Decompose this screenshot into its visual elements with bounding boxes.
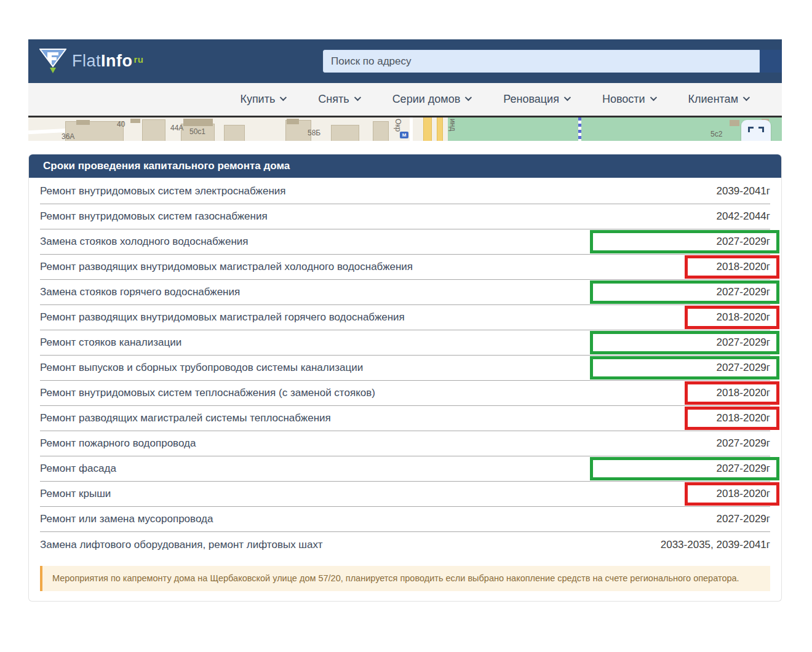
- address-search: Найти: [323, 50, 782, 73]
- table-row: Ремонт разводящих магистралей системы те…: [40, 406, 770, 431]
- repair-type-label: Ремонт разводящих внутридомовых магистра…: [40, 311, 405, 324]
- table-row: Ремонт внутридомовых систем электроснабж…: [40, 179, 770, 204]
- repair-type-label: Ремонт разводящих магистралей системы те…: [40, 412, 331, 424]
- table-row: Ремонт пожарного водопровода2027-2029г: [40, 431, 770, 456]
- nav-item-2[interactable]: Снять: [318, 93, 359, 106]
- nav-item-4[interactable]: Реновация: [503, 93, 569, 106]
- green-highlight-box: 2027-2029г: [590, 331, 779, 354]
- green-highlight-box: 2027-2029г: [590, 280, 779, 304]
- chevron-down-icon: [743, 93, 750, 100]
- map-building-label: 50c1: [189, 127, 205, 136]
- repair-period-value: 2018-2020г: [717, 261, 771, 273]
- table-row: Ремонт или замена мусоропровода2027-2029…: [40, 507, 770, 532]
- map-fullscreen-button[interactable]: [741, 120, 771, 141]
- repair-period-value: 2018-2020г: [717, 488, 771, 500]
- nav-item-1[interactable]: Купить: [240, 93, 285, 106]
- chevron-down-icon: [650, 93, 656, 100]
- repair-type-label: Ремонт внутридомовых систем электроснабж…: [40, 185, 286, 197]
- repair-type-label: Ремонт разводящих внутридомовых магистра…: [40, 261, 413, 273]
- table-row: Замена стояков холодного водоснабжения20…: [40, 229, 770, 255]
- map-building-label: 44A: [170, 124, 183, 132]
- expand-icon: [758, 127, 764, 132]
- repair-period-value: 2018-2020г: [717, 412, 771, 424]
- nav-item-label: Клиентам: [688, 93, 738, 106]
- repair-period-value: 2042-2044г: [717, 210, 771, 223]
- repair-type-label: Замена стояков горячего водоснабжения: [40, 286, 240, 298]
- repair-type-label: Ремонт внутридомовых систем теплоснабжен…: [40, 387, 375, 399]
- repair-type-label: Ремонт выпусков и сборных трубопроводов …: [40, 362, 363, 374]
- table-row: Ремонт стояков канализации2027-2029г: [40, 330, 770, 356]
- repair-period-value: 2027-2029г: [717, 336, 771, 349]
- chevron-down-icon: [354, 93, 360, 100]
- red-highlight-box: 2018-2020г: [685, 255, 779, 279]
- nav-item-label: Новости: [602, 93, 645, 106]
- repair-period-value: 2027-2029г: [717, 513, 771, 525]
- nav-item-6[interactable]: Клиентам: [688, 93, 748, 106]
- red-highlight-box: 2018-2020г: [685, 407, 779, 430]
- nav-item-5[interactable]: Новости: [602, 93, 655, 106]
- red-highlight-box: 2018-2020г: [685, 482, 779, 506]
- repair-type-label: Ремонт крыши: [40, 488, 111, 500]
- site-header: FlatInforu Найти: [28, 39, 782, 83]
- repair-type-label: Замена стояков холодного водоснабжения: [40, 236, 248, 248]
- map-building-label: 5c2: [710, 130, 722, 138]
- map-building-label: 36A: [62, 132, 74, 141]
- main-nav: КупитьСнятьСерии домовРеновацияНовостиКл…: [28, 83, 782, 116]
- repair-type-label: Ремонт стояков канализации: [40, 336, 181, 349]
- nav-item-label: Снять: [318, 93, 349, 106]
- map-street-label: инд: [448, 119, 457, 131]
- map-railway: [578, 117, 581, 141]
- repair-period-value: 2027-2029г: [717, 236, 771, 248]
- nav-item-label: Серии домов: [392, 93, 461, 106]
- site-logo[interactable]: FlatInforu: [39, 49, 144, 74]
- search-button[interactable]: Найти: [760, 50, 782, 73]
- map-building-label: 40: [117, 120, 125, 129]
- repair-period-value: 2027-2029г: [717, 362, 771, 374]
- table-row: Ремонт разводящих внутридомовых магистра…: [40, 305, 770, 330]
- repair-table-body: Ремонт внутридомовых систем электроснабж…: [29, 178, 781, 557]
- repair-period-value: 2018-2020г: [717, 387, 771, 399]
- panel-title: Сроки проведения капитального ремонта до…: [29, 154, 781, 178]
- search-input[interactable]: [323, 50, 760, 73]
- nav-item-label: Купить: [240, 93, 275, 106]
- page-container: FlatInforu Найти КупитьСнятьСерии домовР…: [28, 39, 782, 602]
- repair-period-value: 2027-2029г: [717, 437, 771, 450]
- green-highlight-box: 2027-2029г: [590, 457, 779, 480]
- repair-type-label: Ремонт фасада: [40, 463, 116, 475]
- note-box: Мероприятия по капремонту дома на Щербак…: [40, 566, 770, 591]
- repair-type-label: Замена лифтового оборудования, ремонт ли…: [40, 539, 323, 551]
- chevron-down-icon: [280, 93, 287, 100]
- table-row: Ремонт внутридомовых систем газоснабжени…: [40, 204, 770, 229]
- red-highlight-box: 2018-2020г: [685, 381, 779, 405]
- repair-period-value: 2018-2020г: [717, 311, 771, 324]
- table-row: Замена стояков горячего водоснабжения202…: [40, 280, 770, 305]
- logo-text: FlatInforu: [72, 52, 144, 71]
- table-row: Ремонт разводящих внутридомовых магистра…: [40, 255, 770, 280]
- map-street-label: Окр: [394, 119, 402, 132]
- table-row: Ремонт выпусков и сборных трубопроводов …: [40, 356, 770, 381]
- red-highlight-box: 2018-2020г: [685, 306, 779, 329]
- repair-type-label: Ремонт или замена мусоропровода: [40, 513, 213, 525]
- table-row: Замена лифтового оборудования, ремонт ли…: [40, 532, 770, 557]
- chevron-down-icon: [564, 93, 571, 100]
- repair-type-label: Ремонт пожарного водопровода: [40, 437, 196, 450]
- repair-period-value: 2039-2041г: [717, 185, 771, 197]
- repair-type-label: Ремонт внутридомовых систем газоснабжени…: [40, 210, 268, 223]
- table-row: Ремонт крыши2018-2020г: [40, 482, 770, 507]
- chevron-down-icon: [465, 93, 472, 100]
- repair-period-value: 2027-2029г: [717, 286, 771, 298]
- green-highlight-box: 2027-2029г: [590, 230, 779, 253]
- table-row: Ремонт внутридомовых систем теплоснабжен…: [40, 381, 770, 406]
- metro-icon: M: [400, 132, 408, 138]
- repair-period-value: 2027-2029г: [717, 463, 771, 475]
- repairs-panel: Сроки проведения капитального ремонта до…: [28, 154, 782, 602]
- table-row: Ремонт фасада2027-2029г: [40, 456, 770, 482]
- nav-item-3[interactable]: Серии домов: [392, 93, 471, 106]
- repair-period-value: 2033-2035, 2039-2041г: [661, 539, 770, 551]
- green-highlight-box: 2027-2029г: [590, 356, 779, 380]
- expand-icon: [748, 127, 754, 132]
- nav-item-label: Реновация: [503, 93, 559, 106]
- flatinfo-logo-icon: [39, 49, 66, 74]
- map-strip[interactable]: M 36A4044A50c158Б5c2Окринд: [28, 116, 782, 141]
- map-building-label: 58Б: [308, 129, 320, 137]
